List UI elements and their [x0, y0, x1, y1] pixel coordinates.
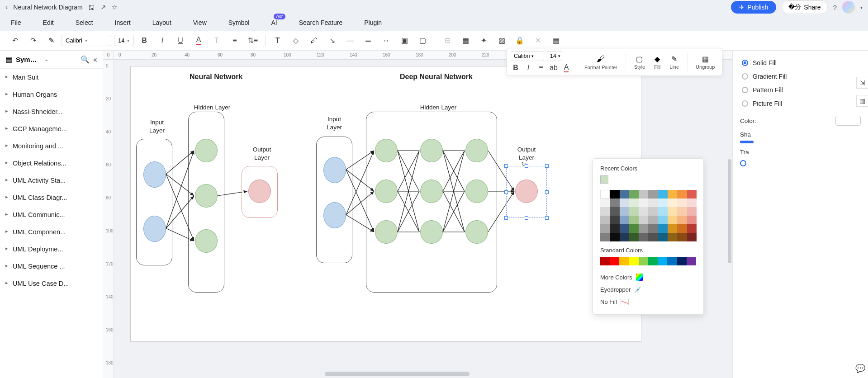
node-hidden[interactable] — [195, 184, 218, 208]
standard-color-swatch[interactable] — [619, 257, 629, 265]
menu-edit[interactable]: Edit — [43, 19, 54, 26]
float-align-icon[interactable]: ≡ — [536, 63, 546, 73]
node-hidden[interactable] — [195, 139, 218, 162]
palette-swatch[interactable] — [620, 190, 629, 198]
float-size-select[interactable]: 14▾ — [547, 51, 562, 61]
bring-front-icon[interactable]: ▣ — [397, 33, 412, 48]
standard-color-swatch[interactable] — [687, 257, 696, 265]
arrow-style-icon[interactable]: ↔ — [379, 33, 394, 48]
palette-swatch[interactable] — [687, 224, 697, 233]
palette-swatch[interactable] — [677, 224, 687, 233]
node-input[interactable] — [323, 157, 346, 183]
side-tab-expand-icon[interactable]: ⇲ — [856, 77, 868, 89]
palette-swatch[interactable] — [687, 207, 697, 216]
align-objects-icon[interactable]: ⊟ — [440, 33, 455, 48]
palette-swatch[interactable] — [648, 233, 658, 241]
lock-icon[interactable]: 🔒 — [512, 33, 527, 48]
fill-option-solid[interactable]: Solid Fill — [740, 56, 861, 70]
table-icon[interactable]: ▤ — [548, 33, 564, 48]
palette-swatch[interactable] — [648, 224, 658, 233]
sidebar-item[interactable]: Object Relations... — [0, 155, 103, 172]
float-bold-icon[interactable]: B — [511, 63, 521, 73]
palette-swatch[interactable] — [629, 190, 639, 198]
palette-swatch[interactable] — [629, 207, 639, 216]
palette-swatch[interactable] — [677, 216, 687, 224]
palette-swatch[interactable] — [668, 190, 677, 198]
node-input[interactable] — [143, 161, 166, 188]
palette-swatch[interactable] — [658, 198, 668, 207]
avatar[interactable] — [842, 1, 855, 14]
palette-swatch[interactable] — [629, 224, 639, 233]
bold-icon[interactable]: B — [137, 33, 152, 48]
horizontal-scrollbar[interactable] — [325, 372, 470, 376]
palette-swatch[interactable] — [658, 190, 668, 198]
menu-ai[interactable]: AIhot — [271, 19, 277, 26]
sidebar-item[interactable]: Man Suit — [0, 69, 103, 86]
menu-select[interactable]: Select — [76, 19, 93, 26]
palette-swatch[interactable] — [639, 224, 648, 233]
node-input[interactable] — [143, 216, 166, 242]
group-input-2[interactable] — [316, 137, 352, 263]
search-icon[interactable]: 🔍 — [81, 55, 90, 64]
transparency-radio[interactable] — [740, 158, 861, 168]
sidebar-item[interactable]: GCP Manageme... — [0, 120, 103, 137]
palette-swatch[interactable] — [610, 190, 619, 198]
menu-view[interactable]: View — [193, 19, 207, 26]
palette-swatch[interactable] — [639, 198, 648, 207]
float-font-select[interactable]: Calibri▾ — [511, 51, 544, 61]
menu-symbol[interactable]: Symbol — [228, 19, 250, 26]
standard-color-swatch[interactable] — [600, 257, 610, 265]
palette-swatch[interactable] — [677, 190, 687, 198]
palette-swatch[interactable] — [620, 224, 629, 233]
node-input[interactable] — [323, 202, 346, 228]
palette-swatch[interactable] — [600, 198, 610, 207]
format-painter-icon[interactable]: ✎ — [43, 33, 59, 48]
palette-swatch[interactable] — [658, 233, 668, 241]
back-icon[interactable]: ‹ — [5, 3, 8, 11]
line-style-icon[interactable]: — — [342, 33, 358, 48]
palette-swatch[interactable] — [610, 233, 619, 241]
palette-swatch[interactable] — [600, 190, 610, 198]
palette-swatch[interactable] — [629, 216, 639, 224]
float-fill[interactable]: ◆Fill — [650, 55, 664, 70]
tools-icon[interactable]: ✕ — [530, 33, 545, 48]
palette-swatch[interactable] — [600, 224, 610, 233]
menu-file[interactable]: File — [11, 19, 21, 26]
line-spacing-icon[interactable]: ⇅≡ — [245, 33, 261, 48]
palette-swatch[interactable] — [687, 216, 697, 224]
node-hidden[interactable] — [375, 139, 398, 162]
palette-swatch[interactable] — [648, 207, 658, 216]
palette-swatch[interactable] — [639, 216, 648, 224]
sidebar-item[interactable]: UML Communic... — [0, 206, 103, 223]
fill-option-picture[interactable]: Picture Fill — [740, 97, 861, 110]
spark-icon[interactable]: ✦ — [476, 33, 491, 48]
sidebar-item[interactable]: UML Activity Sta... — [0, 172, 103, 189]
menu-plugin[interactable]: Plugin — [364, 19, 382, 26]
menu-search-feature[interactable]: Search Feature — [299, 19, 343, 26]
palette-swatch[interactable] — [610, 224, 619, 233]
float-italic-icon[interactable]: I — [523, 63, 533, 73]
palette-swatch[interactable] — [620, 198, 629, 207]
text-tool-icon[interactable]: T — [270, 33, 285, 48]
float-ungroup[interactable]: ▦Ungroup — [692, 55, 718, 70]
sidebar-item[interactable]: Monitoring and ... — [0, 137, 103, 155]
collapse-icon[interactable]: « — [93, 56, 97, 64]
fill-option-pattern[interactable]: Pattern Fill — [740, 83, 861, 97]
palette-swatch[interactable] — [620, 233, 629, 241]
float-style[interactable]: ▢Style — [631, 55, 649, 70]
palette-swatch[interactable] — [668, 224, 677, 233]
sidebar-item[interactable]: UML Use Case D... — [0, 275, 103, 292]
node-hidden[interactable] — [375, 180, 398, 203]
sidebar-item[interactable]: UML Class Diagr... — [0, 189, 103, 206]
send-back-icon[interactable]: ▢ — [415, 33, 430, 48]
palette-swatch[interactable] — [600, 233, 610, 241]
strike-icon[interactable]: T — [209, 33, 224, 48]
sidebar-item[interactable]: Human Organs — [0, 86, 103, 103]
highlight-icon[interactable]: 🖊 — [306, 33, 322, 48]
open-external-icon[interactable]: ↗ — [100, 3, 106, 11]
node-output[interactable] — [248, 180, 271, 203]
palette-swatch[interactable] — [658, 224, 668, 233]
chevron-down-icon[interactable]: ⌄ — [44, 57, 48, 62]
standard-color-swatch[interactable] — [667, 257, 677, 265]
font-select[interactable]: Calibri▾ — [62, 35, 111, 46]
